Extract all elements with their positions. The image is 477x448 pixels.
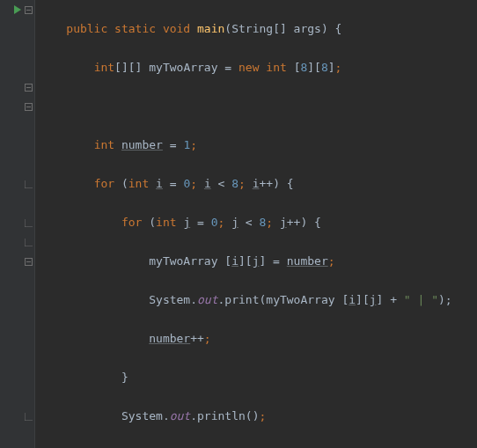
code-line: for (int i = 0; i < 8; i++) { xyxy=(39,174,452,194)
code-line: int number = 1; xyxy=(39,136,452,155)
fold-minus-icon[interactable] xyxy=(0,77,35,97)
code-line xyxy=(39,97,452,116)
fold-end-icon[interactable] xyxy=(0,232,35,252)
code-line: System.out.print(myTwoArray [i][j] + " |… xyxy=(39,290,452,310)
fold-end-icon[interactable] xyxy=(0,407,35,426)
fold-end-icon[interactable] xyxy=(0,174,35,194)
code-line: System.out.println(); xyxy=(39,407,452,426)
code-line: myTwoArray [i][j] = number; xyxy=(39,252,452,271)
code-line: number++; xyxy=(39,329,452,349)
code-editor[interactable]: public static void main(String[] args) {… xyxy=(35,0,452,448)
fold-minus-icon[interactable] xyxy=(0,252,35,271)
editor-gutter xyxy=(0,0,35,448)
fold-end-icon[interactable] xyxy=(0,213,35,232)
code-line: public static void main(String[] args) { xyxy=(39,19,452,39)
fold-minus-icon[interactable] xyxy=(0,97,35,116)
code-line: for (int j = 0; j < 8; j++) { xyxy=(39,213,452,232)
fold-minus-icon[interactable] xyxy=(0,0,35,19)
code-line: } xyxy=(39,368,452,387)
code-line: int[][] myTwoArray = new int [8][8]; xyxy=(39,58,452,77)
